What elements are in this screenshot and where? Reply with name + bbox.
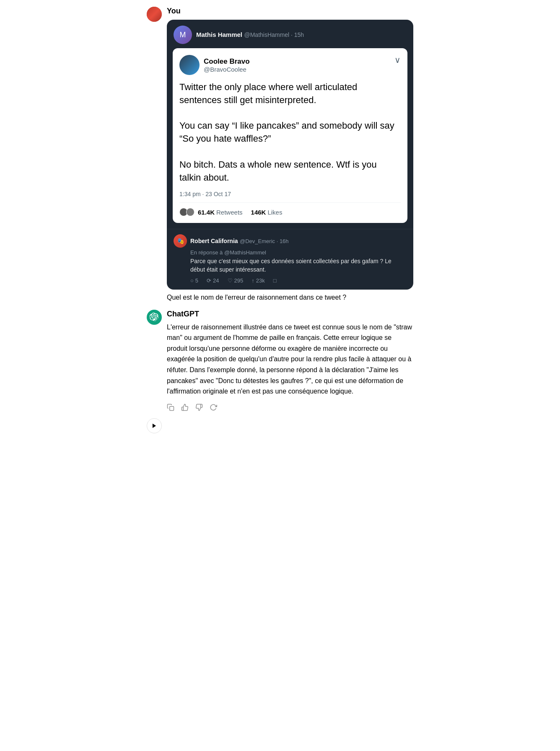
retweet-count: 61.4K — [198, 209, 215, 216]
play-audio-button[interactable] — [147, 418, 162, 433]
reply-views-action[interactable]: ↑ 23k — [251, 277, 264, 284]
thumbs-up-icon[interactable] — [181, 404, 189, 413]
mathis-avatar: M — [174, 26, 192, 44]
retweet-stat: 61.4K Retweets — [179, 208, 243, 216]
tweet-card: M Mathis Hammel @MathisHammel · 15h ∨ Co… — [167, 20, 413, 290]
chevron-down-icon: ∨ — [394, 55, 401, 65]
like-count: 146K — [251, 209, 266, 216]
like-label: Likes — [267, 209, 282, 216]
user-message-section: You M Mathis Hammel @MathisHammel · 15h … — [147, 7, 413, 301]
embedded-tweet: ∨ Coolee Bravo @BravoCoolee Twitter the … — [173, 48, 407, 223]
chatgpt-icon — [147, 310, 162, 325]
user-avatar — [147, 7, 162, 22]
chatgpt-action-bar — [167, 404, 413, 413]
chatgpt-section: ChatGPT L'erreur de raisonnement illustr… — [147, 310, 413, 413]
embedded-handle: @BravoCoolee — [204, 66, 250, 73]
reply-comment-action[interactable]: ○ 5 — [190, 277, 198, 284]
embedded-timestamp: 1:34 pm · 23 Oct 17 — [179, 191, 401, 203]
stat-avatars — [179, 208, 194, 216]
user-question: Quel est le nom de l'erreur de raisonnem… — [167, 294, 413, 301]
bar-chart-icon: ↑ — [251, 277, 254, 284]
reply-actions: ○ 5 ⟳ 24 ♡ 295 ↑ 23k — [174, 277, 407, 284]
reply-display-name: Robert California — [190, 238, 238, 244]
reply-share-action[interactable]: □ — [273, 277, 277, 284]
tweet-handle-time: @MathisHammel · 15h — [244, 31, 304, 38]
thumbs-down-icon[interactable] — [195, 404, 203, 413]
refresh-icon[interactable] — [210, 404, 217, 413]
robert-avatar: 🎭 — [174, 234, 187, 248]
reply-text: Parce que c'est mieux que ces données so… — [174, 257, 407, 274]
tweet-header: M Mathis Hammel @MathisHammel · 15h — [167, 20, 413, 48]
copy-icon[interactable] — [167, 404, 174, 413]
user-content: You M Mathis Hammel @MathisHammel · 15h … — [167, 7, 413, 301]
like-stat: 146K Likes — [251, 209, 283, 216]
openai-logo-icon — [150, 313, 159, 322]
embedded-display-name: Coolee Bravo — [204, 57, 250, 66]
svg-rect-0 — [170, 406, 174, 410]
audio-section — [147, 418, 413, 433]
tweet-meta: Mathis Hammel @MathisHammel · 15h — [196, 31, 407, 39]
heart-icon: ♡ — [228, 277, 233, 284]
retweet-label: Retweets — [216, 209, 243, 216]
svg-marker-1 — [153, 423, 156, 428]
reply-like-action[interactable]: ♡ 295 — [228, 277, 244, 284]
user-name: You — [167, 7, 413, 16]
chatgpt-response-text: L'erreur de raisonnement illustrée dans … — [167, 322, 413, 397]
embedded-author-info: Coolee Bravo @BravoCoolee — [204, 57, 250, 73]
embedded-tweet-header: Coolee Bravo @BravoCoolee — [179, 55, 401, 75]
reply-handle-time: @Dev_Emeric · 16h — [240, 238, 289, 244]
stat-avatar-2 — [186, 208, 194, 216]
reply-author-info: Robert California @Dev_Emeric · 16h — [190, 237, 289, 245]
tweet-display-name: Mathis Hammel — [196, 31, 242, 38]
reply-tweet-header: 🎭 Robert California @Dev_Emeric · 16h — [174, 234, 407, 248]
embedded-stats: 61.4K Retweets 146K Likes — [179, 208, 401, 216]
reply-tweet: 🎭 Robert California @Dev_Emeric · 16h En… — [167, 229, 413, 289]
reply-retweet-action[interactable]: ⟳ 24 — [207, 277, 219, 284]
embedded-tweet-text: Twitter the only place where well articu… — [179, 81, 401, 184]
coolee-avatar — [179, 55, 200, 75]
reply-in-response: En réponse à @MathisHammel — [174, 249, 407, 256]
chatgpt-label: ChatGPT — [167, 310, 413, 319]
comment-icon: ○ — [190, 277, 194, 284]
retweet-icon: ⟳ — [207, 277, 211, 284]
share-icon: □ — [273, 277, 277, 284]
chatgpt-content: ChatGPT L'erreur de raisonnement illustr… — [167, 310, 413, 413]
